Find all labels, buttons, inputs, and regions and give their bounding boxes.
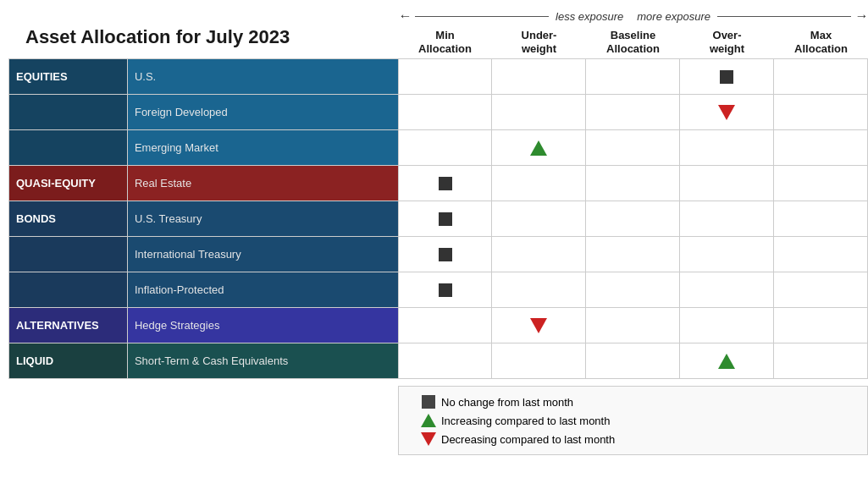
legend-triangle-up-icon bbox=[421, 414, 436, 427]
category-cell: LIQUID bbox=[9, 343, 128, 379]
data-cell-over bbox=[680, 201, 774, 237]
data-cell-over bbox=[680, 272, 774, 308]
legend-text: No change from last month bbox=[441, 396, 573, 409]
data-cell-under bbox=[492, 166, 586, 201]
legend-symbol bbox=[416, 414, 441, 427]
less-exposure-label: less exposure bbox=[556, 10, 623, 23]
category-cell: EQUITIES bbox=[9, 59, 128, 95]
data-cell-baseline bbox=[586, 343, 680, 379]
square-icon bbox=[439, 248, 452, 261]
subcategory-cell: Real Estate bbox=[127, 166, 398, 201]
category-cell bbox=[9, 237, 128, 272]
square-icon bbox=[439, 212, 452, 226]
legend-triangle-down-icon bbox=[421, 432, 436, 446]
page-title: Asset Allocation for July 2023 bbox=[17, 26, 406, 48]
legend-symbol bbox=[416, 395, 441, 409]
legend-item: No change from last month bbox=[416, 395, 850, 409]
triangle-up-icon bbox=[530, 140, 547, 156]
data-cell-max bbox=[774, 166, 868, 201]
subcategory-cell: Inflation-Protected bbox=[127, 272, 398, 308]
data-cell-max bbox=[774, 343, 868, 379]
data-cell-max bbox=[774, 237, 868, 272]
data-cell-baseline bbox=[586, 166, 680, 201]
data-cell-max bbox=[774, 201, 868, 237]
category-cell: BONDS bbox=[9, 201, 128, 237]
data-cell-under bbox=[492, 95, 586, 130]
data-cell-max bbox=[774, 272, 868, 308]
col-header-baseline: BaselineAllocation bbox=[586, 25, 680, 58]
data-cell-min bbox=[398, 343, 492, 379]
data-cell-min bbox=[398, 237, 492, 272]
data-cell-max bbox=[774, 308, 868, 343]
category-cell bbox=[9, 272, 128, 308]
category-cell bbox=[9, 95, 128, 130]
subcategory-cell: International Treasury bbox=[127, 237, 398, 272]
square-icon bbox=[439, 177, 452, 190]
data-cell-min bbox=[398, 59, 492, 95]
legend: No change from last monthIncreasing comp… bbox=[398, 386, 868, 455]
triangle-down-icon bbox=[530, 318, 547, 333]
data-cell-max bbox=[774, 130, 868, 166]
triangle-up-icon bbox=[718, 354, 735, 369]
data-cell-baseline bbox=[586, 95, 680, 130]
category-cell: QUASI-EQUITY bbox=[9, 166, 128, 201]
data-cell-under bbox=[492, 201, 586, 237]
subcategory-cell: Hedge Strategies bbox=[127, 308, 398, 343]
subcategory-cell: Emerging Market bbox=[127, 130, 398, 166]
data-cell-max bbox=[774, 59, 868, 95]
subcategory-cell: U.S. Treasury bbox=[127, 201, 398, 237]
legend-text: Decreasing compared to last month bbox=[441, 433, 615, 446]
legend-square-icon bbox=[422, 395, 435, 409]
data-cell-under bbox=[492, 343, 586, 379]
data-cell-min bbox=[398, 272, 492, 308]
more-exposure-label: more exposure bbox=[637, 10, 710, 23]
subcategory-cell: Foreign Developed bbox=[127, 95, 398, 130]
data-cell-baseline bbox=[586, 272, 680, 308]
legend-symbol bbox=[416, 432, 441, 446]
data-cell-baseline bbox=[586, 237, 680, 272]
category-cell bbox=[9, 130, 128, 166]
col-header-under: Under-weight bbox=[492, 25, 586, 58]
data-cell-max bbox=[774, 95, 868, 130]
col-header-min: MinAllocation bbox=[398, 25, 492, 58]
data-cell-over bbox=[680, 95, 774, 130]
data-cell-min bbox=[398, 166, 492, 201]
triangle-down-icon bbox=[718, 105, 735, 120]
data-cell-under bbox=[492, 130, 586, 166]
data-cell-min bbox=[398, 130, 492, 166]
data-cell-baseline bbox=[586, 130, 680, 166]
exposure-arrow-row: ← less exposure more exposure → bbox=[398, 8, 868, 24]
square-icon bbox=[439, 283, 452, 297]
legend-item: Increasing compared to last month bbox=[416, 414, 850, 427]
data-cell-under bbox=[492, 272, 586, 308]
data-cell-over bbox=[680, 59, 774, 95]
legend-text: Increasing compared to last month bbox=[441, 415, 610, 427]
data-cell-min bbox=[398, 201, 492, 237]
subcategory-cell: U.S. bbox=[127, 59, 398, 95]
data-cell-over bbox=[680, 343, 774, 379]
data-cell-under bbox=[492, 308, 586, 343]
allocation-table: EQUITIESU.S.Foreign DevelopedEmerging Ma… bbox=[8, 58, 868, 379]
col-header-max: MaxAllocation bbox=[774, 25, 868, 58]
data-cell-over bbox=[680, 237, 774, 272]
data-cell-min bbox=[398, 95, 492, 130]
legend-item: Decreasing compared to last month bbox=[416, 432, 850, 446]
data-cell-min bbox=[398, 308, 492, 343]
category-cell: ALTERNATIVES bbox=[9, 308, 128, 343]
data-cell-baseline bbox=[586, 201, 680, 237]
data-cell-over bbox=[680, 166, 774, 201]
data-cell-baseline bbox=[586, 308, 680, 343]
data-cell-baseline bbox=[586, 59, 680, 95]
data-cell-under bbox=[492, 59, 586, 95]
square-icon bbox=[720, 70, 733, 84]
data-cell-over bbox=[680, 130, 774, 166]
data-cell-under bbox=[492, 237, 586, 272]
subcategory-cell: Short-Term & Cash Equivalents bbox=[127, 343, 398, 379]
col-header-over: Over-weight bbox=[680, 25, 774, 58]
data-cell-over bbox=[680, 308, 774, 343]
